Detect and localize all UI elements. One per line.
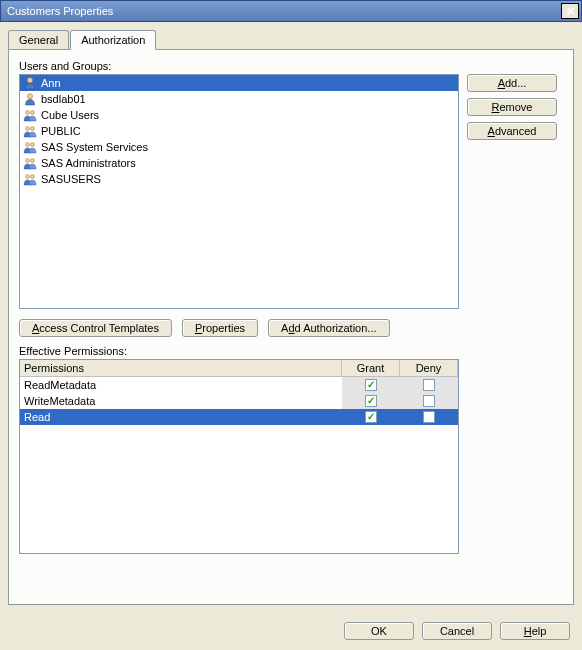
- permission-name: Read: [20, 411, 342, 423]
- title-bar: Customers Properties ✕: [0, 0, 582, 22]
- deny-cell: [400, 377, 458, 393]
- svg-point-4: [26, 127, 30, 131]
- svg-point-0: [27, 78, 32, 83]
- permissions-col-deny[interactable]: Deny: [400, 360, 458, 377]
- permissions-col-name[interactable]: Permissions: [20, 360, 342, 377]
- svg-point-10: [26, 175, 30, 179]
- users-groups-label: Users and Groups:: [19, 60, 563, 72]
- list-item[interactable]: SAS System Services: [20, 139, 458, 155]
- svg-point-7: [31, 143, 35, 147]
- add-button[interactable]: Add...: [467, 74, 557, 92]
- users-groups-list[interactable]: Annbsdlab01Cube UsersPUBLICSAS System Se…: [19, 74, 459, 309]
- remove-button[interactable]: Remove: [467, 98, 557, 116]
- svg-point-8: [26, 159, 30, 163]
- tab-authorization[interactable]: Authorization: [70, 30, 156, 50]
- grant-cell: [342, 393, 400, 409]
- grant-cell: [342, 409, 400, 425]
- group-icon: [23, 156, 37, 170]
- user-icon: [23, 92, 37, 106]
- svg-point-6: [26, 143, 30, 147]
- permission-name: WriteMetadata: [20, 395, 342, 407]
- deny-checkbox[interactable]: [423, 411, 435, 423]
- deny-cell: [400, 409, 458, 425]
- tab-label: Authorization: [81, 34, 145, 46]
- ok-button[interactable]: OK: [344, 622, 414, 640]
- advanced-button[interactable]: Advanced: [467, 122, 557, 140]
- table-row[interactable]: WriteMetadata: [20, 393, 458, 409]
- list-item-label: SAS Administrators: [41, 157, 136, 169]
- tab-panel-authorization: Users and Groups: Annbsdlab01Cube UsersP…: [8, 50, 574, 605]
- list-item-label: Cube Users: [41, 109, 99, 121]
- table-row[interactable]: Read: [20, 409, 458, 425]
- user-icon: [23, 76, 37, 90]
- permissions-header: Permissions Grant Deny: [20, 360, 458, 377]
- svg-point-9: [31, 159, 35, 163]
- list-item[interactable]: SAS Administrators: [20, 155, 458, 171]
- list-item[interactable]: Cube Users: [20, 107, 458, 123]
- list-item[interactable]: Ann: [20, 75, 458, 91]
- group-icon: [23, 172, 37, 186]
- users-groups-row: Annbsdlab01Cube UsersPUBLICSAS System Se…: [19, 74, 563, 309]
- side-buttons: Add... Remove Advanced: [467, 74, 557, 309]
- svg-point-1: [27, 94, 32, 99]
- tab-general[interactable]: General: [8, 30, 69, 49]
- group-icon: [23, 108, 37, 122]
- effective-permissions-label: Effective Permissions:: [19, 345, 563, 357]
- group-icon: [23, 140, 37, 154]
- grant-checkbox[interactable]: [365, 379, 377, 391]
- svg-point-3: [31, 111, 35, 115]
- dialog-body: General Authorization Users and Groups: …: [0, 22, 582, 650]
- grant-checkbox[interactable]: [365, 395, 377, 407]
- permissions-table[interactable]: Permissions Grant Deny ReadMetadataWrite…: [19, 359, 459, 554]
- access-control-templates-button[interactable]: Access Control Templates: [19, 319, 172, 337]
- deny-checkbox[interactable]: [423, 395, 435, 407]
- svg-point-5: [31, 127, 35, 131]
- svg-point-11: [31, 175, 35, 179]
- window-title: Customers Properties: [7, 5, 561, 17]
- close-icon: ✕: [566, 5, 575, 18]
- list-item[interactable]: bsdlab01: [20, 91, 458, 107]
- group-icon: [23, 124, 37, 138]
- properties-button[interactable]: Properties: [182, 319, 258, 337]
- list-item-label: Ann: [41, 77, 61, 89]
- tab-label: General: [19, 34, 58, 46]
- close-button[interactable]: ✕: [561, 3, 579, 19]
- dialog-buttons: OK Cancel Help: [344, 622, 570, 640]
- deny-checkbox[interactable]: [423, 379, 435, 391]
- advanced-rest: dvanced: [495, 125, 537, 137]
- list-item[interactable]: PUBLIC: [20, 123, 458, 139]
- list-item-label: SAS System Services: [41, 141, 148, 153]
- permission-name: ReadMetadata: [20, 379, 342, 391]
- tab-row: General Authorization: [8, 30, 574, 50]
- grant-cell: [342, 377, 400, 393]
- list-item-label: SASUSERS: [41, 173, 101, 185]
- permissions-rows: ReadMetadataWriteMetadataRead: [20, 377, 458, 425]
- permissions-col-grant[interactable]: Grant: [342, 360, 400, 377]
- list-item[interactable]: SASUSERS: [20, 171, 458, 187]
- list-item-label: bsdlab01: [41, 93, 86, 105]
- cancel-button[interactable]: Cancel: [422, 622, 492, 640]
- help-button[interactable]: Help: [500, 622, 570, 640]
- svg-point-2: [26, 111, 30, 115]
- table-row[interactable]: ReadMetadata: [20, 377, 458, 393]
- list-item-label: PUBLIC: [41, 125, 81, 137]
- add-authorization-button[interactable]: Add Authorization...: [268, 319, 389, 337]
- mid-buttons: Access Control Templates Properties Add …: [19, 319, 563, 337]
- deny-cell: [400, 393, 458, 409]
- grant-checkbox[interactable]: [365, 411, 377, 423]
